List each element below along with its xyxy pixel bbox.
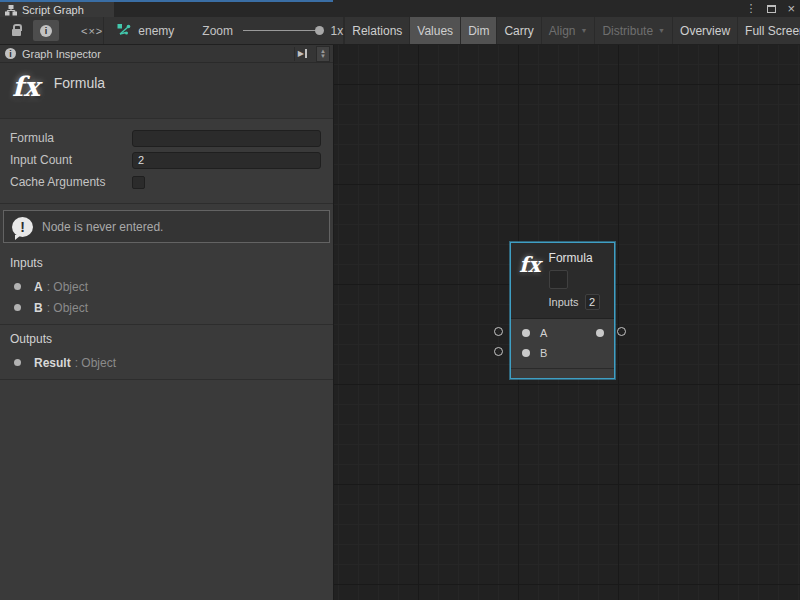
node-formula-input[interactable] bbox=[549, 270, 568, 289]
external-port-connector-b[interactable] bbox=[494, 347, 503, 356]
formula-node-header: fx Formula Inputs 2 bbox=[511, 243, 614, 318]
window-controls: ⋮ × bbox=[745, 0, 795, 17]
inputs-header: Inputs bbox=[10, 256, 323, 270]
script-graph-icon bbox=[5, 5, 17, 15]
graph-reference-icon bbox=[117, 23, 132, 39]
node-port-label: A bbox=[540, 327, 547, 339]
chevron-down-icon: ▼ bbox=[658, 27, 665, 34]
toolbar-button-carry[interactable]: Carry bbox=[496, 17, 540, 44]
port-type: : Object bbox=[47, 301, 88, 315]
port-name: A bbox=[34, 280, 43, 294]
cache-arguments-field-row: Cache Arguments bbox=[10, 173, 321, 191]
port-dot-icon bbox=[14, 283, 21, 290]
port-dot-icon bbox=[14, 304, 21, 311]
port-type: : Object bbox=[47, 280, 88, 294]
toolbar-button-dim[interactable]: Dim bbox=[460, 17, 496, 44]
unit-title: Formula bbox=[54, 75, 105, 91]
graph-toolbar: i <×> enemy Zoom 1x Relations bbox=[0, 17, 800, 45]
node-inputs-label: Inputs bbox=[549, 296, 579, 308]
panel-stepper[interactable]: ▲ ▼ bbox=[316, 46, 330, 62]
node-inputs-count[interactable]: 2 bbox=[585, 294, 600, 310]
formula-field-row: Formula bbox=[10, 129, 321, 147]
toolbar-left-group: i <×> bbox=[0, 17, 104, 44]
toolbar-middle-group: enemy Zoom 1x bbox=[104, 17, 344, 44]
warning-box: ! Node is never entered. bbox=[3, 210, 330, 243]
port-name: B bbox=[34, 301, 43, 315]
node-port-row-a: A bbox=[517, 323, 608, 343]
toolbar-button-values[interactable]: Values bbox=[409, 17, 460, 44]
input-count-label: Input Count bbox=[10, 153, 132, 167]
graph-reference-label[interactable]: enemy bbox=[138, 24, 174, 38]
inspector-header: i Graph Inspector ▶ ▲ ▼ bbox=[0, 45, 333, 63]
zoom-value: 1x bbox=[331, 24, 344, 38]
unit-fields: Formula Input Count Cache Arguments bbox=[0, 119, 333, 204]
warning-text: Node is never entered. bbox=[42, 220, 163, 234]
formula-fx-icon: fx bbox=[12, 71, 40, 102]
toolbar-button-group: Relations Values Dim Carry Align▼ Distri… bbox=[344, 17, 800, 44]
port-dot-icon bbox=[14, 359, 21, 366]
warning-bubble-icon: ! bbox=[12, 217, 33, 237]
tab-script-graph[interactable]: Script Graph bbox=[0, 2, 114, 17]
output-port-result-dot[interactable] bbox=[596, 329, 604, 337]
formula-fx-icon: fx bbox=[519, 254, 541, 310]
inputs-section: Inputs A : Object B : Object bbox=[0, 249, 333, 325]
node-title: Formula bbox=[549, 251, 600, 265]
input-count-input[interactable] bbox=[132, 152, 321, 169]
toolbar-button-distribute[interactable]: Distribute▼ bbox=[594, 17, 672, 44]
zoom-slider-handle[interactable] bbox=[315, 26, 324, 35]
title-bar: Script Graph ⋮ × bbox=[0, 0, 800, 17]
info-icon: i bbox=[5, 48, 16, 59]
unit-header: fx Formula bbox=[0, 63, 333, 119]
input-port-row-b: B : Object bbox=[10, 297, 323, 318]
formula-node[interactable]: fx Formula Inputs 2 A bbox=[510, 242, 615, 379]
chevron-down-icon: ▼ bbox=[580, 27, 587, 34]
toolbar-button-overview[interactable]: Overview bbox=[672, 17, 737, 44]
input-port-row-a: A : Object bbox=[10, 276, 323, 297]
input-count-field-row: Input Count bbox=[10, 151, 321, 169]
formula-input[interactable] bbox=[132, 130, 321, 147]
zoom-slider[interactable] bbox=[243, 30, 323, 31]
info-icon: i bbox=[40, 25, 52, 37]
graph-canvas[interactable]: fx Formula Inputs 2 A bbox=[334, 45, 800, 600]
lock-icon[interactable] bbox=[12, 29, 21, 36]
dock-panel-button[interactable]: ▶ bbox=[294, 47, 310, 61]
formula-node-ports: A B bbox=[511, 318, 614, 368]
input-port-b-dot[interactable] bbox=[522, 349, 530, 357]
stepper-down-icon[interactable]: ▼ bbox=[320, 54, 326, 59]
toolbar-button-align[interactable]: Align▼ bbox=[541, 17, 595, 44]
formula-node-footer bbox=[511, 368, 614, 378]
external-port-connector-a[interactable] bbox=[494, 327, 503, 336]
port-type: : Object bbox=[75, 356, 116, 370]
maximize-icon[interactable] bbox=[767, 5, 776, 13]
script-graph-window: Script Graph ⋮ × i <×> bbox=[0, 0, 800, 600]
toolbar-button-fullscreen[interactable]: Full Screen bbox=[737, 17, 800, 44]
inspector-title: Graph Inspector bbox=[22, 48, 288, 60]
node-port-row-b: B bbox=[517, 343, 608, 363]
close-icon[interactable]: × bbox=[787, 2, 795, 15]
input-port-a-dot[interactable] bbox=[522, 329, 530, 337]
window-content: i Graph Inspector ▶ ▲ ▼ fx Formula Formu… bbox=[0, 45, 800, 600]
toolbar-button-relations[interactable]: Relations bbox=[344, 17, 409, 44]
inspector-empty-area bbox=[0, 380, 333, 600]
zoom-label: Zoom bbox=[202, 24, 233, 38]
external-port-connector-result[interactable] bbox=[617, 327, 626, 336]
output-port-row-result: Result : Object bbox=[10, 352, 323, 373]
inspector-toggle-button[interactable]: i bbox=[33, 20, 59, 41]
dock-icon: ▶ bbox=[298, 49, 304, 58]
cache-arguments-label: Cache Arguments bbox=[10, 175, 132, 189]
formula-field-label: Formula bbox=[10, 131, 132, 145]
outputs-section: Outputs Result : Object bbox=[0, 325, 333, 380]
more-menu-icon[interactable]: ⋮ bbox=[745, 3, 756, 14]
graph-inspector-panel: i Graph Inspector ▶ ▲ ▼ fx Formula Formu… bbox=[0, 45, 334, 600]
port-name: Result bbox=[34, 356, 71, 370]
outputs-header: Outputs bbox=[10, 332, 323, 346]
cache-arguments-checkbox[interactable] bbox=[132, 176, 145, 189]
variables-icon[interactable]: <×> bbox=[81, 25, 103, 37]
node-port-label: B bbox=[540, 347, 547, 359]
tab-title: Script Graph bbox=[22, 4, 84, 16]
